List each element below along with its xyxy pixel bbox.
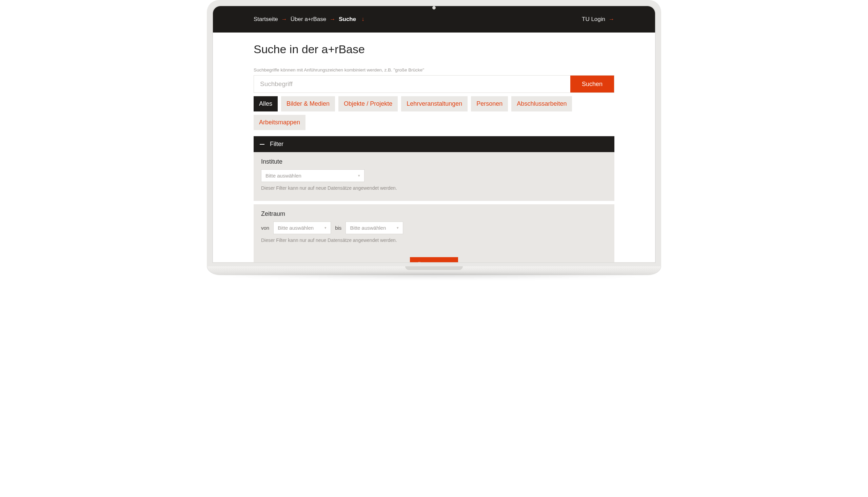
filter-institute: Institute Bitte auswählen ▾ Dieser Filte… [253,152,615,201]
tab-lehrveranstaltungen[interactable]: Lehrveranstaltungen [401,96,468,112]
institute-select-value: Bitte auswählen [265,173,301,179]
period-note: Dieser Filter kann nur auf neue Datensät… [261,238,607,243]
tab-bilder-medien[interactable]: Bilder & Medien [281,96,335,112]
institute-select[interactable]: Bitte auswählen ▾ [261,169,364,182]
period-from-label: von [261,225,269,231]
login-link[interactable]: TU Login [582,16,605,23]
collapse-icon [260,144,264,145]
content: Suche in der a+rBase Suchbegriffe können… [213,32,655,263]
arrow-right-icon: → [281,16,287,23]
tab-objekte-projekte[interactable]: Objekte / Projekte [339,96,398,112]
tab-personen[interactable]: Personen [471,96,508,112]
crumb-ueber[interactable]: Über a+rBase [291,16,326,23]
apply-button[interactable]: Übernehmen [410,257,458,263]
institute-note: Dieser Filter kann nur auf neue Datensät… [261,185,607,191]
filter-institute-label: Institute [261,158,607,165]
tab-abschlussarbeiten[interactable]: Abschlussarbeiten [511,96,572,112]
period-to-select[interactable]: Bitte auswählen ▾ [345,222,403,234]
search-row: Suchen [253,75,615,93]
arrow-down-icon: ↓ [359,16,364,23]
filter-body: Institute Bitte auswählen ▾ Dieser Filte… [253,152,615,263]
filter-separator [253,201,615,204]
reset-link[interactable]: Zurücksetzen [572,261,607,263]
period-from-select[interactable]: Bitte auswählen ▾ [273,222,331,234]
arrow-right-icon: → [609,16,615,23]
period-from-value: Bitte auswählen [278,225,314,231]
search-input[interactable] [254,75,570,93]
login-area: TU Login → [582,16,615,23]
tab-arbeitsmappen[interactable]: Arbeitsmappen [253,115,305,130]
crumb-startseite[interactable]: Startseite [253,16,278,23]
filter-heading-label: Filter [270,141,284,148]
device-shadow [200,274,668,279]
crumb-suche[interactable]: Suche [339,16,356,23]
period-to-value: Bitte auswählen [350,225,386,231]
breadcrumbs: Startseite → Über a+rBase → Suche ↓ [253,16,364,23]
device-camera [432,6,436,10]
tab-alles[interactable]: Alles [253,96,278,112]
search-hint: Suchbegriffe können mit Anführungszeiche… [253,68,615,72]
topbar: Startseite → Über a+rBase → Suche ↓ TU L… [213,6,655,32]
tabs: Alles Bilder & Medien Objekte / Projekte… [253,96,615,130]
arrow-right-icon: → [330,16,335,23]
chevron-down-icon: ▾ [397,226,399,230]
filter-header[interactable]: Filter [253,136,615,152]
period-range-row: von Bitte auswählen ▾ bis Bitte auswähle… [261,222,607,234]
period-to-label: bis [335,225,342,231]
filter-period-label: Zeitraum [261,210,607,217]
filter-actions: Übernehmen Zurücksetzen [253,253,615,263]
page-title: Suche in der a+rBase [253,43,615,56]
chevron-down-icon: ▾ [325,226,327,230]
chevron-down-icon: ▾ [358,173,360,178]
filter-period: Zeitraum von Bitte auswählen ▾ bis Bitte… [253,204,615,253]
search-button[interactable]: Suchen [570,75,614,93]
